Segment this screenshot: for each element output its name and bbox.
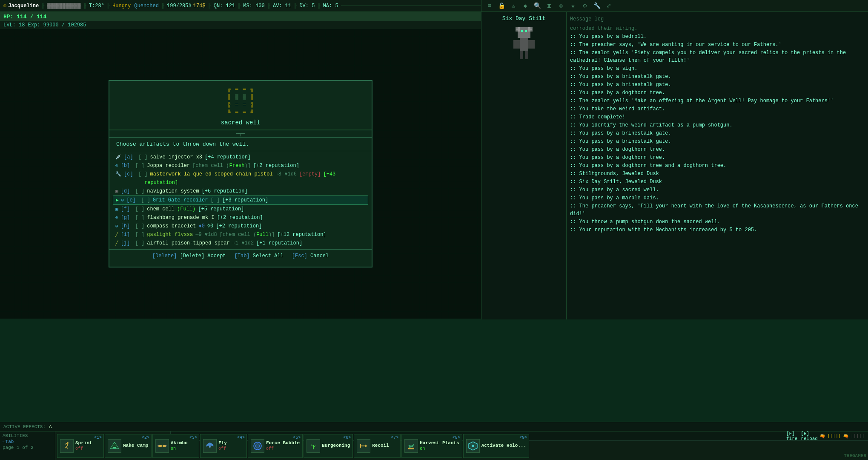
dialog-item-f[interactable]: ▣ [f] [ ] chem cell (Full) [+5 reputatio… bbox=[113, 205, 368, 213]
ability-fly[interactable]: Fly off <4> bbox=[200, 434, 247, 458]
svg-rect-8 bbox=[521, 30, 523, 32]
fly-name: Fly bbox=[218, 440, 227, 446]
item-h-extra2: ◊0 bbox=[207, 223, 213, 229]
footer-esc[interactable]: [Esc] Cancel bbox=[292, 253, 329, 259]
make-camp-icon bbox=[108, 439, 121, 453]
health-bar-mini: ▓▓▓▓▓▓▓▓▓▓▓ bbox=[47, 3, 80, 9]
player-icon: ☺ bbox=[3, 3, 6, 9]
item-h-icon: ⊛ bbox=[115, 223, 118, 229]
item-e-extra: [ ] bbox=[210, 197, 220, 203]
expand-icon[interactable]: ⤢ bbox=[604, 1, 613, 11]
right-toolbar: ≡ 🔒 ⚠ ◆ 🔍 ⧗ ☺ ★ ⚙ 🔧 ⤢ bbox=[481, 0, 868, 12]
item-c-name: masterwork la que ed scoped chain pistol bbox=[150, 171, 273, 177]
msg-line: :: You take the weird artifact. bbox=[570, 105, 865, 113]
item-b-checkbox: [ ] bbox=[135, 163, 145, 169]
item-g-icon: ⊛ bbox=[115, 215, 118, 220]
msg-line: :: You pass by a dogthorn tree. bbox=[570, 154, 865, 161]
dialog-item-h[interactable]: ⊛ [h] [ ] compass bracelet ♦0 ◊0 [+2 rep… bbox=[113, 222, 368, 230]
sprite-cell: ╠ bbox=[226, 101, 232, 108]
item-f-name: chem cell bbox=[147, 206, 175, 212]
ability-sprint[interactable]: Sprint off <1> bbox=[57, 434, 104, 458]
sprite-cell: ║ bbox=[226, 94, 232, 101]
msg-line: :: You pass by a dogthorn tree. bbox=[570, 146, 865, 153]
msg-line: :: Six Day Stilt, Jeweled Dusk bbox=[570, 178, 865, 186]
akimbo-icon bbox=[155, 439, 169, 453]
hunger-status: Hungry bbox=[112, 3, 131, 9]
akimbo-status: on bbox=[171, 446, 188, 451]
dialog-item-c[interactable]: 🔧 [c] [ ] masterwork la que ed scoped ch… bbox=[113, 170, 368, 187]
svg-rect-6 bbox=[520, 51, 523, 59]
ability-harvest-plants[interactable]: Harvest Plants on <8> bbox=[401, 434, 462, 458]
recoil-name: Recoil bbox=[372, 443, 389, 448]
burgeoning-name: Burgeoning bbox=[322, 443, 350, 448]
abilities-nav[interactable]: ←Tab bbox=[3, 439, 52, 444]
dialog-divider-1 bbox=[109, 130, 372, 130]
gem-icon[interactable]: ◆ bbox=[521, 1, 530, 11]
sprite-cell: ╗ bbox=[249, 86, 255, 93]
ma-stat: MA: 5 bbox=[323, 3, 338, 9]
msg-line: :: You pass by a dogthorn tree. bbox=[570, 89, 865, 97]
item-b-icon: ⊙ bbox=[115, 163, 118, 168]
svg-point-21 bbox=[255, 444, 260, 448]
burgeoning-key: <6> bbox=[343, 435, 351, 440]
item-c-rep2: reputation] bbox=[115, 180, 366, 186]
alert-icon[interactable]: ⚠ bbox=[509, 1, 518, 11]
tool-icon[interactable]: 🔧 bbox=[592, 1, 602, 11]
dialog-item-j[interactable]: ╱ [j] [ ] airfoil poison-tipped spear →1… bbox=[113, 239, 368, 247]
sprite-cell: ╝ bbox=[249, 109, 255, 116]
active-effects-label: ACTIVE EFFECTS: bbox=[3, 424, 46, 429]
item-g-checkbox: [ ] bbox=[135, 215, 145, 221]
ability-recoil[interactable]: Recoil <7> bbox=[354, 434, 401, 458]
harvest-status: on bbox=[420, 446, 459, 451]
artifact-dialog[interactable]: ╔ ═ ═ ╗ ║ ▓ ▓ ║ ╠ ═ ═ ╣ ╚ bbox=[109, 80, 372, 267]
svg-rect-18 bbox=[165, 446, 167, 446]
holo-icon bbox=[466, 439, 480, 453]
svg-rect-9 bbox=[525, 30, 527, 32]
clock-icon[interactable]: ⧗ bbox=[544, 1, 554, 11]
bubble-name: Force Bubble bbox=[266, 440, 300, 446]
tab-action-label: Select All bbox=[253, 253, 284, 259]
menu-icon[interactable]: ≡ bbox=[485, 1, 494, 11]
footer-delete[interactable]: [Delete] [Delete] Accept bbox=[152, 253, 226, 259]
abilities-row: Sprint off <1> Make Camp <2> bbox=[55, 431, 868, 460]
item-i-icon: ╱ bbox=[115, 232, 118, 237]
player-name: Jacqueline bbox=[8, 3, 39, 9]
item-g-rep: [+2 reputation] bbox=[217, 215, 263, 221]
dialog-item-b[interactable]: ⊙ [b] [ ] Joppa recoiler [chem cell (Fre… bbox=[113, 161, 368, 170]
abilities-page: page 1 of 2 bbox=[3, 445, 52, 450]
tab-key-label: [Tab] bbox=[235, 253, 250, 259]
item-b-key: [b] bbox=[121, 163, 133, 169]
lock-icon[interactable]: 🔒 bbox=[497, 1, 506, 11]
msg-line: :: The preacher says, 'Fill your heart w… bbox=[570, 202, 865, 218]
svg-point-25 bbox=[472, 445, 474, 447]
ability-force-bubble[interactable]: Force Bubble off <5> bbox=[248, 434, 303, 458]
force-bubble-icon bbox=[251, 439, 264, 453]
person-icon[interactable]: ☺ bbox=[556, 1, 566, 11]
holo-info: Activate Holo... bbox=[481, 443, 527, 449]
holo-svg bbox=[468, 441, 478, 451]
dialog-item-g[interactable]: ⊛ [g] [ ] flashbang grenade mk I [+2 rep… bbox=[113, 213, 368, 222]
harvest-svg bbox=[406, 441, 416, 451]
star-icon[interactable]: ★ bbox=[568, 1, 578, 11]
recoil-svg bbox=[358, 441, 369, 451]
item-c-rep: [+43 bbox=[324, 171, 336, 177]
harvest-info: Harvest Plants on bbox=[420, 440, 459, 451]
dialog-item-a[interactable]: 💉 [a] [ ] salve injector x3 [+4 reputati… bbox=[113, 153, 368, 161]
akimbo-key: <3> bbox=[189, 435, 197, 440]
search-icon[interactable]: 🔍 bbox=[533, 1, 542, 11]
ability-activate-holo[interactable]: Activate Holo... <9> bbox=[463, 434, 530, 458]
ability-make-camp[interactable]: Make Camp <2> bbox=[105, 434, 152, 458]
dialog-item-i[interactable]: ╱ [i] [ ] gaslight flyssa →9 ♥1d8 [chem … bbox=[113, 230, 368, 239]
dialog-item-e[interactable]: ▶ ⊙ [e] [ ] Grit Gate recoiler [ ] [+3 r… bbox=[113, 196, 368, 205]
bottom-area: ACTIVE EFFECTS: A TARGET: [none] [F] fir… bbox=[0, 422, 868, 460]
ability-burgeoning[interactable]: Burgeoning <6> bbox=[304, 434, 353, 458]
dialog-item-d[interactable]: ▣ [d] [ ] navigation system [+6 reputati… bbox=[113, 187, 368, 196]
fly-key: <4> bbox=[237, 435, 245, 440]
ability-akimbo[interactable]: Akimbo on <3> bbox=[152, 434, 199, 458]
msg-line: :: You identify the weird artifact as a … bbox=[570, 121, 865, 129]
recoil-key: <7> bbox=[391, 435, 398, 440]
settings-icon[interactable]: ⚙ bbox=[580, 1, 590, 11]
message-log[interactable]: Message log corroded their wiring. :: Yo… bbox=[567, 12, 868, 319]
footer-tab[interactable]: [Tab] Select All bbox=[235, 253, 284, 259]
sprite-cell: ═ bbox=[241, 86, 248, 93]
